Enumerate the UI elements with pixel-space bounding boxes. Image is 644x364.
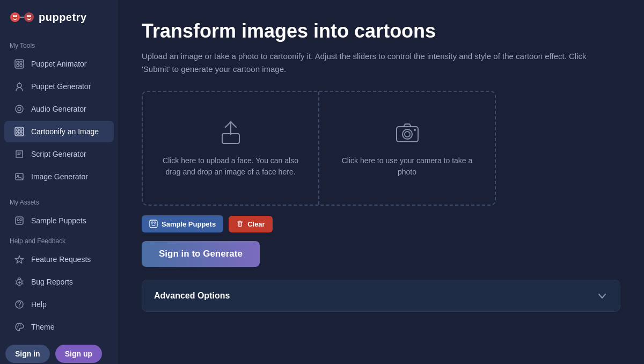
svg-rect-26 <box>16 173 23 180</box>
svg-rect-21 <box>20 129 22 131</box>
svg-point-39 <box>19 307 20 308</box>
svg-point-46 <box>402 129 412 139</box>
advanced-options-title: Advanced Options <box>154 291 230 301</box>
auth-buttons: Sign in Sign up <box>0 338 118 363</box>
svg-point-47 <box>405 132 410 137</box>
upload-icon <box>217 119 245 147</box>
svg-line-37 <box>22 283 23 284</box>
logo-icon <box>10 9 34 26</box>
feature-requests-label: Feature Requests <box>31 255 91 264</box>
svg-rect-22 <box>17 132 19 134</box>
svg-rect-13 <box>20 64 22 67</box>
svg-point-48 <box>414 129 416 131</box>
svg-line-35 <box>22 281 23 281</box>
advanced-options-panel: Advanced Options <box>142 280 620 312</box>
theme-label: Theme <box>31 323 55 331</box>
bug-reports-label: Bug Reports <box>31 278 73 286</box>
svg-point-2 <box>13 15 15 17</box>
svg-rect-20 <box>17 129 19 131</box>
sample-puppets-label: Sample Puppets <box>31 216 86 225</box>
upload-file-text: Click here to upload a face. You can als… <box>159 155 302 178</box>
puppet-generator-label: Puppet Generator <box>31 82 91 91</box>
svg-point-40 <box>17 326 18 327</box>
sidebar: puppetry My Tools Puppet Animator Puppet… <box>0 0 118 364</box>
svg-rect-49 <box>150 220 157 228</box>
puppet-animator-icon <box>14 59 25 69</box>
svg-point-7 <box>29 15 31 17</box>
page-title: Transform images into cartoons <box>142 19 620 42</box>
bug-reports-icon <box>14 276 25 287</box>
main-content: Transform images into cartoons Upload an… <box>118 0 644 364</box>
my-tools-label: My Tools <box>0 37 118 53</box>
sample-puppets-button[interactable]: Sample Puppets <box>142 215 223 232</box>
sidebar-item-feature-requests[interactable]: Feature Requests <box>4 249 114 270</box>
svg-rect-11 <box>20 61 22 63</box>
upload-file-area[interactable]: Click here to upload a face. You can als… <box>143 92 319 205</box>
svg-point-29 <box>17 219 19 221</box>
svg-rect-12 <box>17 64 19 67</box>
clear-button-label: Clear <box>247 220 265 228</box>
theme-icon <box>14 322 25 332</box>
puppet-animator-label: Puppet Animator <box>31 60 87 68</box>
svg-point-17 <box>18 107 21 111</box>
svg-point-3 <box>15 15 17 17</box>
upload-container: Click here to upload a face. You can als… <box>142 91 496 206</box>
svg-point-42 <box>20 325 21 326</box>
advanced-options-toggle[interactable]: Advanced Options <box>142 280 620 311</box>
clear-button[interactable]: Clear <box>229 216 273 232</box>
logo: puppetry <box>10 9 87 26</box>
svg-line-34 <box>16 281 17 281</box>
trash-icon <box>236 220 244 228</box>
cartoonify-label: Cartoonify an Image <box>31 127 99 136</box>
svg-point-41 <box>18 325 19 326</box>
svg-rect-9 <box>15 60 24 68</box>
upload-camera-area[interactable]: Click here to use your camera to take a … <box>319 92 495 205</box>
help-icon <box>14 299 25 310</box>
puppet-generator-icon <box>14 81 25 92</box>
image-generator-icon <box>14 171 25 182</box>
sidebar-item-puppet-generator[interactable]: Puppet Generator <box>4 76 114 97</box>
image-generator-label: Image Generator <box>31 172 88 181</box>
my-assets-label: My Assets <box>0 193 118 209</box>
sidebar-item-audio-generator[interactable]: Audio Generator <box>4 98 114 120</box>
sidebar-item-cartoonify[interactable]: Cartoonify an Image <box>4 121 114 142</box>
svg-point-6 <box>27 15 29 17</box>
svg-rect-19 <box>15 127 24 136</box>
script-generator-icon <box>14 149 25 159</box>
cartoonify-icon <box>14 126 25 137</box>
svg-point-50 <box>151 222 153 223</box>
logo-text: puppetry <box>39 11 87 24</box>
upload-camera-text: Click here to use your camera to take a … <box>335 155 479 178</box>
svg-point-14 <box>17 83 21 88</box>
audio-generator-label: Audio Generator <box>31 105 86 113</box>
sign-in-button[interactable]: Sign in <box>5 345 50 363</box>
page-description: Upload an image or take a photo to carto… <box>142 50 603 76</box>
audio-generator-icon <box>14 104 25 114</box>
sample-puppets-icon <box>14 215 25 226</box>
sidebar-item-image-generator[interactable]: Image Generator <box>4 166 114 187</box>
svg-point-51 <box>154 222 156 223</box>
feature-requests-icon <box>14 254 25 265</box>
logo-area: puppetry <box>0 0 118 37</box>
svg-rect-10 <box>17 61 19 63</box>
sign-up-button[interactable]: Sign up <box>55 345 102 363</box>
sample-puppets-button-label: Sample Puppets <box>162 220 216 228</box>
sample-icon <box>149 220 158 228</box>
svg-point-16 <box>16 105 23 113</box>
sidebar-item-sample-puppets[interactable]: Sample Puppets <box>4 210 114 231</box>
help-label: Help <box>31 300 47 309</box>
svg-line-36 <box>16 283 17 284</box>
sidebar-item-theme[interactable]: Theme <box>4 316 114 338</box>
help-feedback-label: Help and Feedback <box>0 232 118 248</box>
svg-point-27 <box>17 175 19 177</box>
sidebar-item-puppet-animator[interactable]: Puppet Animator <box>4 53 114 75</box>
camera-icon <box>393 119 421 147</box>
sidebar-item-help[interactable]: Help <box>4 294 114 315</box>
svg-rect-28 <box>16 217 23 224</box>
svg-rect-23 <box>20 132 22 134</box>
sidebar-item-script-generator[interactable]: Script Generator <box>4 143 114 165</box>
chevron-down-icon <box>596 290 608 302</box>
script-generator-label: Script Generator <box>31 150 86 158</box>
generate-button[interactable]: Sign in to Generate <box>142 241 260 267</box>
sidebar-item-bug-reports[interactable]: Bug Reports <box>4 271 114 293</box>
